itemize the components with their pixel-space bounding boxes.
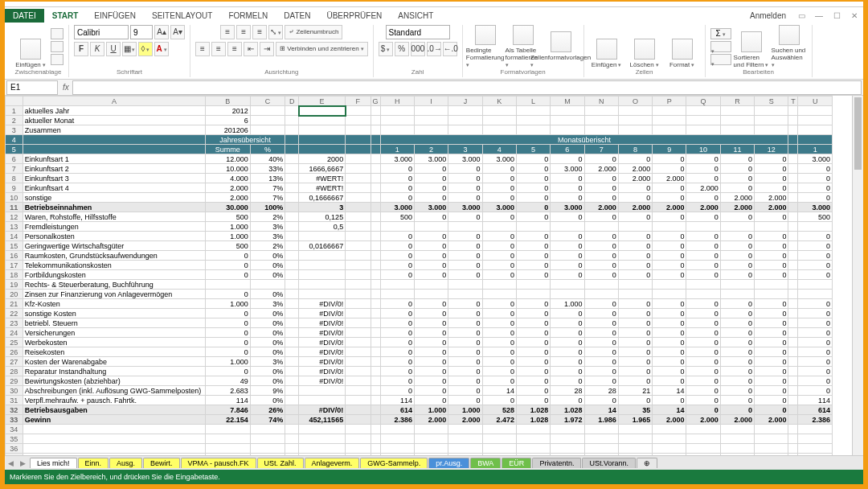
cell[interactable]: 2.000 (755, 415, 788, 425)
cell[interactable]: 0,125 (299, 212, 346, 222)
cell[interactable] (482, 434, 516, 444)
cell[interactable]: 0 (653, 396, 686, 405)
cell[interactable] (798, 434, 833, 444)
cell[interactable] (371, 415, 380, 425)
cell[interactable] (285, 396, 299, 405)
cell[interactable]: 0 (653, 367, 686, 376)
cell[interactable] (788, 280, 798, 290)
cell[interactable] (371, 125, 380, 135)
cell[interactable] (285, 318, 299, 328)
cell[interactable]: 2.000 (686, 415, 720, 425)
cell[interactable] (720, 106, 754, 116)
cell[interactable]: 0 (516, 396, 550, 405)
cell[interactable] (653, 125, 686, 135)
cell[interactable] (551, 425, 584, 434)
cell[interactable]: 201206 (206, 125, 251, 135)
cell[interactable]: 0 (584, 328, 618, 338)
cell[interactable] (798, 222, 833, 232)
sheet-tab-anlage[interactable]: Anlageverm. (305, 458, 360, 468)
cell[interactable] (788, 212, 798, 222)
cell[interactable]: 0 (686, 338, 720, 347)
cell[interactable] (299, 290, 346, 299)
cell[interactable]: 0 (448, 386, 482, 396)
cell[interactable]: 0 (798, 232, 833, 241)
row-header[interactable]: 24 (6, 328, 23, 338)
col-header[interactable]: H (380, 97, 414, 106)
cell[interactable]: 0% (250, 328, 285, 338)
sheet-tab-readme[interactable]: Lies mich! (30, 458, 77, 468)
cell[interactable] (285, 154, 299, 164)
cell[interactable] (371, 241, 380, 251)
cell[interactable] (788, 290, 798, 299)
cell[interactable]: 0 (482, 193, 516, 203)
cell[interactable]: 0 (755, 241, 788, 251)
cell[interactable] (299, 434, 346, 444)
cell[interactable]: 0 (686, 241, 720, 251)
fill-color-button[interactable]: ◊ (138, 42, 153, 56)
cell[interactable] (798, 454, 833, 456)
cell[interactable]: 3.000 (551, 203, 584, 212)
cell[interactable]: 0 (414, 386, 448, 396)
cell[interactable] (686, 454, 720, 456)
cell[interactable]: 0 (720, 347, 754, 357)
cell[interactable] (618, 434, 652, 444)
cell[interactable]: 2.000 (584, 203, 618, 212)
cell[interactable]: 0 (380, 309, 414, 318)
cell[interactable]: 0 (755, 357, 788, 367)
cell[interactable]: 0 (755, 164, 788, 174)
cell[interactable]: 3% (250, 299, 285, 309)
cell[interactable]: 0 (516, 212, 550, 222)
cell[interactable]: 3.000 (414, 154, 448, 164)
cell[interactable]: 0 (414, 309, 448, 318)
row-header[interactable]: 5 (6, 145, 23, 154)
cell[interactable]: 2.000 (653, 415, 686, 425)
cell[interactable]: 0 (551, 357, 584, 367)
cell[interactable] (346, 444, 371, 454)
cell[interactable]: 0 (618, 183, 652, 193)
cell[interactable]: 0 (720, 164, 754, 174)
cell[interactable]: 0 (686, 232, 720, 241)
cell[interactable]: 3% (250, 222, 285, 232)
row-header[interactable]: 32 (6, 405, 23, 415)
cell[interactable]: 2000 (299, 154, 346, 164)
cell[interactable] (371, 328, 380, 338)
cell[interactable]: 0% (250, 318, 285, 328)
cell[interactable]: 21 (618, 386, 652, 396)
fill-button[interactable] (710, 41, 731, 52)
cell[interactable]: 0 (482, 396, 516, 405)
cell[interactable] (371, 347, 380, 357)
cell[interactable] (346, 183, 371, 193)
sheet-tab-eur[interactable]: EÜR (502, 458, 531, 468)
tab-nav-next[interactable]: ▶ (17, 459, 29, 467)
cell[interactable] (618, 106, 652, 116)
cell[interactable]: Bewirtungskosten (abziehbar) (23, 376, 205, 386)
cell[interactable] (285, 299, 299, 309)
cell[interactable]: 0 (551, 251, 584, 261)
cell[interactable]: 0 (755, 318, 788, 328)
cell[interactable]: 0 (206, 347, 251, 357)
row-header[interactable]: 30 (6, 386, 23, 396)
cell[interactable]: 0 (516, 309, 550, 318)
cell[interactable]: 0,5 (299, 222, 346, 232)
cell[interactable]: Personalkosten (23, 232, 205, 241)
cell[interactable]: 3% (250, 232, 285, 241)
col-header[interactable] (6, 97, 23, 106)
cell[interactable] (371, 203, 380, 212)
cell[interactable] (788, 444, 798, 454)
cell[interactable] (346, 434, 371, 444)
cell[interactable]: 0 (720, 183, 754, 193)
cell[interactable]: 0 (448, 241, 482, 251)
cell[interactable]: 0 (798, 251, 833, 261)
cell[interactable]: Gewinn (23, 415, 205, 425)
cell[interactable]: 0 (584, 376, 618, 386)
bold-button[interactable]: F (74, 42, 88, 56)
cell[interactable]: 0 (584, 174, 618, 183)
cell[interactable]: 2.000 (618, 174, 652, 183)
align-middle-button[interactable]: ≡ (236, 25, 251, 39)
cell[interactable] (755, 222, 788, 232)
row-header[interactable]: 33 (6, 415, 23, 425)
cell[interactable] (380, 116, 414, 125)
cell[interactable]: 0 (380, 347, 414, 357)
cell[interactable] (798, 290, 833, 299)
sheet-tab-vpma[interactable]: VPMA - pausch.FK (181, 458, 256, 468)
